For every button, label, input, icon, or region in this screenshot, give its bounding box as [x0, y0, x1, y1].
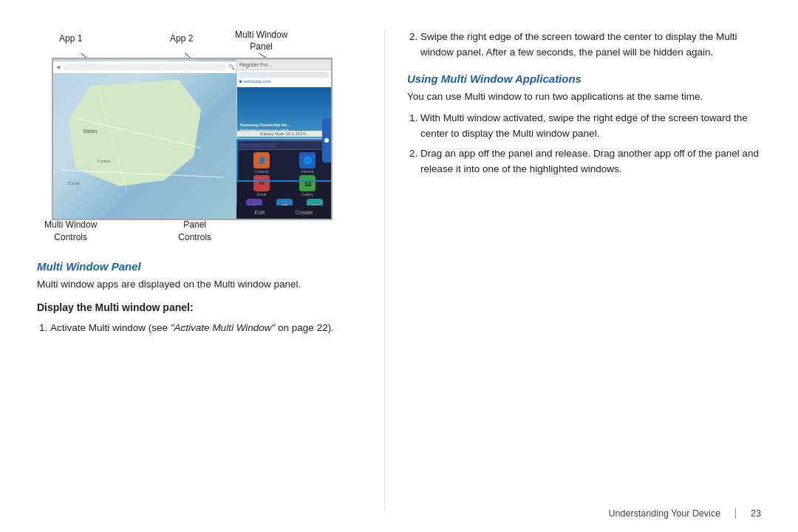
column-divider: [384, 30, 385, 510]
right-section-intro: You can use Multi window to run two appl…: [407, 89, 761, 105]
right-section-heading: Using Multi Window Applications: [407, 72, 761, 85]
right-step-2: Drag an app off the panel and release. D…: [420, 146, 761, 177]
left-section: Multi Window Panel Multi window apps are…: [37, 260, 355, 336]
label-multiwindow-panel: Multi Window Panel: [235, 30, 287, 52]
left-sub-heading: Display the Multi window panel:: [37, 300, 355, 316]
bottom-toolbar: Edit Create: [236, 205, 331, 219]
label-app1: App 1: [59, 33, 82, 44]
left-steps-continued: Swipe the right edge of the screen towar…: [407, 30, 761, 61]
multi-window-tab: [322, 118, 331, 163]
label-multiwindow-controls: Multi Window Controls: [44, 219, 97, 244]
footer-page: 23: [751, 508, 761, 519]
map-area: ◀ 🔍 States Turkey Canal: [53, 59, 238, 220]
left-steps-list: Activate Multi window (see "Activate Mul…: [37, 321, 355, 336]
label-app2: App 2: [170, 33, 193, 44]
label-panel-controls: Panel Controls: [178, 219, 211, 244]
svg-text:Turkey: Turkey: [98, 159, 111, 163]
footer-divider: [735, 508, 736, 519]
right-column: Swipe the right edge of the screen towar…: [392, 30, 761, 510]
bottom-labels: Multi Window Controls Panel Controls: [44, 219, 325, 244]
svg-line-6: [98, 89, 127, 192]
multi-window-tab-dot: [324, 138, 329, 143]
diagram-wrapper: App 1 App 2 Multi Window Panel ◀ 🔍: [37, 30, 355, 244]
app-window-1: Register For... ■ samsung.com Samsung Ow…: [236, 59, 332, 139]
app-window-1-header: Register For...: [237, 60, 332, 70]
right-steps-list: With Multi window activated, swipe the r…: [407, 111, 761, 177]
left-column: App 1 App 2 Multi Window Panel ◀ 🔍: [37, 30, 377, 510]
footer: Understanding Your Device 23: [609, 508, 761, 519]
left-section-intro: Multi window apps are displayed on the M…: [37, 277, 355, 293]
left-section-heading: Multi Window Panel: [37, 260, 355, 273]
svg-text:States: States: [83, 129, 98, 134]
activate-ref: "Activate Multi Window": [171, 322, 276, 333]
svg-text:Canal: Canal: [68, 181, 80, 185]
left-step-1: Activate Multi window (see "Activate Mul…: [50, 321, 355, 336]
right-section: Using Multi Window Applications You can …: [407, 72, 761, 177]
device-screenshot: ◀ 🔍 States Turkey Canal: [52, 58, 332, 220]
footer-chapter: Understanding Your Device: [609, 508, 721, 519]
blue-highlight: [236, 139, 332, 182]
left-step-2: Swipe the right edge of the screen towar…: [420, 30, 761, 61]
right-step-1: With Multi window activated, swipe the r…: [420, 111, 761, 142]
svg-line-7: [61, 170, 223, 177]
diagram-callout-area: App 1 App 2 Multi Window Panel ◀ 🔍: [37, 30, 332, 244]
